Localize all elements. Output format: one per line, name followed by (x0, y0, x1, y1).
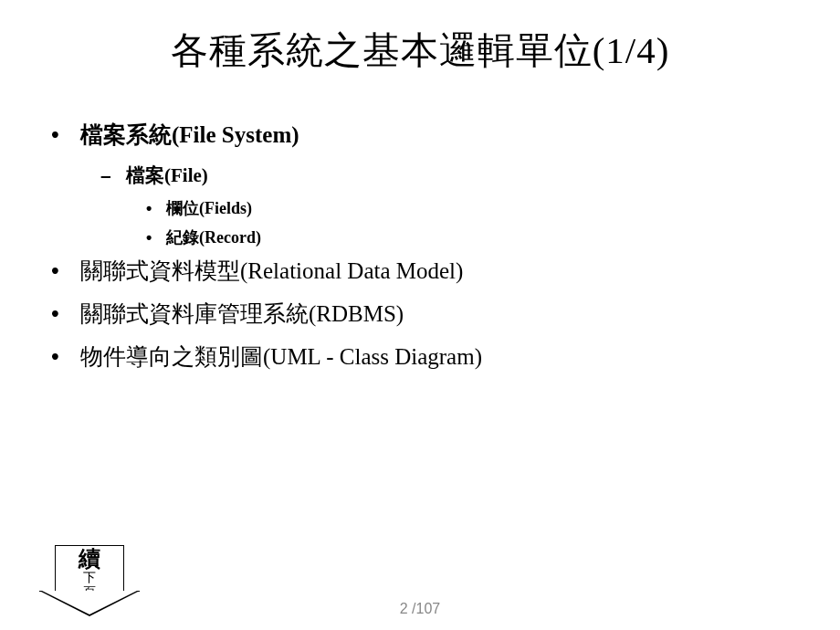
item-text: 欄位(Fields) (166, 197, 252, 219)
item-text: 物件導向之類別圖(UML - Class Diagram) (80, 341, 482, 372)
list-item: • 關聯式資料模型(Relational Data Model) (46, 256, 794, 286)
list-item: – 檔案(File) (46, 163, 794, 188)
bullet-icon: • (46, 257, 80, 284)
bullet-icon: • (146, 199, 166, 218)
bullet-icon: • (46, 300, 80, 327)
item-text: 檔案系統(File System) (80, 120, 299, 150)
bullet-icon: • (46, 343, 80, 370)
arrow-label-sub: 下 (83, 571, 96, 584)
dash-icon: – (100, 164, 126, 186)
arrow-label-main: 續 (79, 548, 100, 570)
list-item: • 物件導向之類別圖(UML - Class Diagram) (46, 341, 794, 372)
list-item: • 紀錄(Record) (46, 226, 794, 248)
item-text: 紀錄(Record) (166, 226, 261, 248)
list-item: • 欄位(Fields) (46, 197, 794, 219)
item-text: 關聯式資料庫管理系統(RDBMS) (80, 299, 404, 329)
list-item: • 檔案系統(File System) (46, 120, 794, 150)
slide-content: • 檔案系統(File System) – 檔案(File) • 欄位(Fiel… (0, 76, 840, 372)
list-item: • 關聯式資料庫管理系統(RDBMS) (46, 299, 794, 329)
slide-title: 各種系統之基本邏輯單位(1/4) (0, 0, 840, 76)
page-number: 2 /107 (0, 601, 840, 617)
bullet-icon: • (146, 228, 166, 247)
item-text: 檔案(File) (126, 163, 208, 188)
bullet-icon: • (46, 121, 80, 148)
item-text: 關聯式資料模型(Relational Data Model) (80, 256, 463, 286)
